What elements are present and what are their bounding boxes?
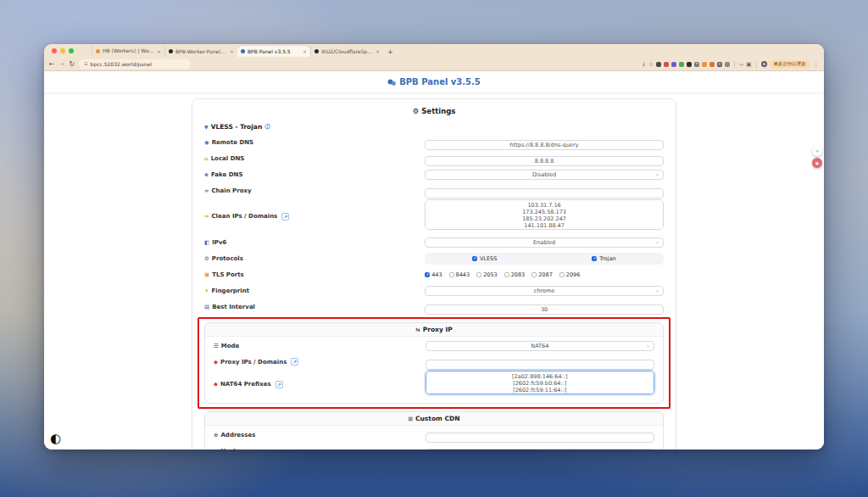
back-button[interactable]: ←	[49, 60, 55, 68]
protocols-row: ⚙ Protocols VLESS Trojan	[204, 250, 664, 266]
vless-trojan-section-header[interactable]: ▼ VLESS - Trojan ⓘ	[204, 121, 664, 134]
section-title: Custom CDN	[415, 415, 459, 422]
proxy-ip-annotated-area: ⇆ Proxy IP ☰ Mode NAT64	[204, 322, 664, 404]
remote-dns-input[interactable]	[425, 140, 664, 150]
trojan-checkbox[interactable]: Trojan	[544, 255, 664, 262]
port-2053-checkbox[interactable]: 2053	[476, 271, 498, 278]
external-link-icon[interactable]: ↗	[291, 358, 298, 366]
fake-dns-select[interactable]: Disabled ⌄	[425, 170, 664, 180]
proxy-ip-section-header: ⇆ Proxy IP	[205, 323, 663, 337]
fingerprint-select[interactable]: chrome ⌄	[425, 286, 664, 296]
devtools-icon[interactable]: ‹›	[739, 61, 743, 68]
toolbar-separator	[734, 61, 735, 68]
extension-icon[interactable]	[709, 62, 715, 67]
port-8443-checkbox[interactable]: 8443	[449, 271, 470, 278]
extension-icon[interactable]	[671, 62, 676, 67]
bpb-logo	[387, 78, 396, 87]
profile-avatar[interactable]	[761, 61, 767, 67]
github-favicon	[169, 49, 173, 53]
settings-heading-label: Settings	[421, 107, 455, 115]
new-tab-button[interactable]: +	[387, 48, 393, 57]
clean-ips-row: ≈ Clean IPs / Domains ↗ 103.31.7.16 173.…	[204, 198, 664, 234]
proxy-ip-icon: ⇆	[415, 327, 420, 333]
checkbox-checked-icon	[472, 256, 477, 261]
clean-ips-textarea[interactable]: 103.31.7.16 173.245.58.173 185.23.202.24…	[425, 199, 664, 230]
bookmark-star-icon[interactable]: ☆	[648, 61, 654, 68]
port-2096-checkbox[interactable]: 2096	[559, 271, 581, 278]
chart-icon: ▤	[204, 304, 209, 310]
field-label: IPv6	[212, 239, 226, 246]
extension-icon[interactable]	[725, 62, 730, 67]
chevron-collapse-icon: ▼	[204, 124, 209, 130]
field-label: Chain Proxy	[211, 187, 251, 194]
chevron-down-icon: ⌄	[655, 170, 659, 176]
browser-menu-icon[interactable]: ⋮	[813, 61, 819, 68]
host-input[interactable]	[426, 449, 654, 450]
close-tab-icon[interactable]: ×	[157, 48, 161, 54]
remote-dns-row: ◉ Remote DNS	[204, 134, 664, 150]
protocols-group: VLESS Trojan	[425, 253, 664, 265]
tab-title: BPB Panel v3.5.5	[248, 48, 300, 54]
download-icon[interactable]: ↓	[642, 61, 646, 68]
close-tab-icon[interactable]: ×	[230, 48, 234, 54]
checkbox-icon	[559, 272, 565, 277]
field-label: Clean IPs / Domains	[211, 213, 277, 220]
workers-favicon	[96, 49, 100, 53]
extension-icon[interactable]	[687, 62, 692, 67]
checkbox-label: 2096	[566, 271, 581, 278]
reload-button[interactable]: ↻	[69, 60, 75, 68]
theme-toggle-button[interactable]: ◐	[50, 431, 61, 446]
local-dns-row: ⌂ Local DNS	[204, 150, 664, 166]
url-text: bpcc.52032.world/panel	[91, 61, 152, 67]
vless-checkbox[interactable]: VLESS	[425, 255, 544, 262]
addresses-row: ⊕ Addresses	[214, 427, 654, 443]
minimize-window-button[interactable]	[60, 48, 65, 53]
chain-proxy-input[interactable]	[425, 188, 664, 198]
tab-workers[interactable]: HB (Workers) | Workers 管… ×	[92, 46, 164, 57]
external-link-icon[interactable]: ↗	[275, 381, 283, 388]
tab-bpb-worker-panel[interactable]: BPB-Worker-Panel(NAT64/… ×	[164, 46, 237, 57]
local-dns-input[interactable]	[425, 156, 664, 166]
field-label: Remote DNS	[212, 139, 253, 146]
mode-select[interactable]: NAT64 ⌄	[426, 341, 654, 351]
field-label: Best Interval	[212, 304, 255, 310]
addresses-input[interactable]	[426, 433, 654, 443]
field-label: Proxy IPs / Domains	[220, 359, 287, 366]
chain-proxy-row: ∞ Chain Proxy	[204, 182, 664, 198]
forward-button[interactable]: →	[59, 60, 65, 68]
extension-icon[interactable]	[702, 62, 707, 67]
site-info-icon[interactable]: ☰	[84, 61, 87, 66]
port-2087-checkbox[interactable]: 2087	[531, 271, 553, 278]
floating-widget-bottom[interactable]: ◉	[812, 158, 822, 168]
select-value: Disabled	[532, 171, 556, 178]
external-link-icon[interactable]: ↗	[281, 213, 289, 221]
close-tab-icon[interactable]: ×	[303, 48, 307, 54]
site-header: BPB Panel v3.5.5	[44, 71, 824, 92]
side-panel-icon[interactable]: ▣	[746, 61, 751, 68]
checkbox-label: Trojan	[599, 255, 615, 262]
floating-widgets: ≡ ◉	[812, 146, 822, 168]
extension-icon[interactable]	[664, 62, 669, 67]
field-label: Fake DNS	[211, 171, 242, 178]
tls-ports-row: ▣ TLS Ports 443 8443	[204, 266, 664, 282]
port-443-checkbox[interactable]: 443	[425, 271, 442, 278]
ipv6-select[interactable]: Enabled ⌄	[425, 237, 664, 248]
nat64-prefixes-textarea[interactable]: [2a02:898:146:64::] [2602:fc59:b0:64::] …	[426, 371, 654, 394]
best-interval-input[interactable]	[425, 304, 664, 315]
proxy-ips-input[interactable]	[426, 360, 654, 370]
address-bar[interactable]: ☰ bpcc.52032.world/panel	[79, 59, 191, 69]
mode-row: ☰ Mode NAT64 ⌄	[214, 338, 654, 354]
tab-bpb-panel-active[interactable]: BPB Panel v3.5.5 ×	[237, 46, 310, 57]
extension-icon[interactable]	[679, 62, 684, 67]
extension-icon[interactable]	[656, 62, 661, 67]
bpb-favicon	[241, 49, 245, 53]
select-value: chrome	[534, 288, 555, 294]
close-window-button[interactable]	[52, 48, 57, 53]
port-2083-checkbox[interactable]: 2083	[504, 271, 526, 278]
close-tab-icon[interactable]: ×	[376, 48, 380, 54]
proxy-ip-section: ⇆ Proxy IP ☰ Mode NAT64	[204, 322, 664, 404]
maximize-window-button[interactable]	[69, 48, 74, 53]
relaunch-update-button[interactable]: 重新启动以更新	[770, 60, 811, 69]
tab-cloudflare-speedtest[interactable]: XIU2/CloudflareSpeedTest… ×	[310, 46, 383, 57]
floating-widget-top[interactable]: ≡	[812, 146, 822, 156]
